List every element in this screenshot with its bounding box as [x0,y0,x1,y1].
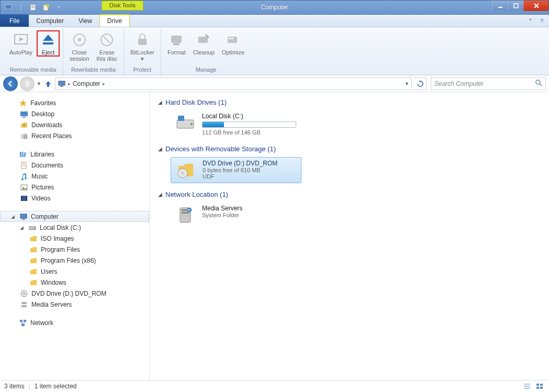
svg-rect-11 [43,42,53,44]
sidebar-media-servers[interactable]: Media Servers [0,299,149,310]
minimize-button[interactable] [492,1,508,11]
drive-dvd[interactable]: DVD Drive (D:) DVD_ROM 0 bytes free of 8… [171,157,301,183]
svg-point-7 [46,4,49,7]
sidebar-dvd[interactable]: DVD Drive (D:) DVD_ROM [0,288,149,299]
qat-dropdown-icon[interactable] [53,2,64,13]
qat-computer-icon[interactable] [3,2,14,13]
sidebar-desktop[interactable]: Desktop [0,108,149,119]
svg-rect-20 [229,38,231,39]
sidebar-network[interactable]: Network [0,317,149,328]
svg-point-43 [34,228,35,229]
up-button[interactable] [43,79,53,88]
chevron-down-icon[interactable]: ◢ [20,225,25,230]
breadcrumb[interactable]: ▸ Computer ▸ ▼ [55,77,412,90]
sidebar-label: Libraries [30,151,54,158]
chevron-icon[interactable]: ▸ [103,81,105,86]
section-title: Hard Disk Drives (1) [165,98,227,106]
videos-icon [20,194,28,203]
chevron-down-icon[interactable]: ◢ [158,99,162,105]
sidebar-computer[interactable]: ◢Computer [0,211,149,222]
tab-drive[interactable]: Drive [99,14,130,27]
sidebar-windows[interactable]: Windows [0,277,149,288]
search-input[interactable]: Search Computer [431,77,546,90]
eject-icon [40,31,57,48]
tab-file[interactable]: File [0,15,29,27]
drive-name: Local Disk (C:) [202,113,297,120]
details-view-button[interactable] [522,382,532,390]
documents-icon [20,161,28,170]
eject-button[interactable]: Eject [37,30,60,57]
sidebar-users[interactable]: Users [0,266,149,277]
chevron-icon[interactable]: ▸ [68,81,71,86]
folder-icon [29,234,38,243]
chevron-down-icon[interactable]: ◢ [11,214,16,219]
sidebar-downloads[interactable]: Downloads [0,119,149,130]
quick-access-toolbar [1,2,64,13]
svg-rect-53 [178,116,184,121]
breadcrumb-segment[interactable]: Computer [73,80,100,87]
svg-rect-41 [22,219,25,220]
history-dropdown-icon[interactable]: ▼ [37,81,41,86]
chevron-down-icon[interactable]: ◢ [158,192,162,197]
tab-view[interactable]: View [71,15,99,27]
ribbon-group-rewritable: Close session Erase this disc Rewritable… [63,28,124,75]
svg-rect-19 [228,37,237,43]
svg-rect-26 [20,111,28,116]
section-removable[interactable]: ◢Devices with Removable Storage (1) [158,145,541,153]
svg-line-25 [540,84,542,86]
maximize-button[interactable] [508,1,523,11]
drive-local-disk[interactable]: Local Disk (C:) 112 GB free of 146 GB [171,110,301,138]
sidebar-local-disk[interactable]: ◢Local Disk (C:) [0,222,149,233]
tab-computer[interactable]: Computer [29,15,71,27]
sidebar-label: Program Files (x86) [41,257,96,264]
ribbon-minimize-icon[interactable]: ⌃ [526,17,534,25]
format-icon [168,31,185,48]
cleanup-button[interactable]: Cleanup [190,30,218,57]
section-hdd[interactable]: ◢Hard Disk Drives (1) [158,98,541,106]
erase-disc-button[interactable]: Erase this disc [93,30,120,63]
svg-rect-50 [21,324,25,326]
svg-rect-63 [536,384,539,386]
sidebar-iso[interactable]: ISO Images [0,233,149,244]
tiles-view-button[interactable] [534,382,545,390]
statusbar: 3 items | 1 item selected [0,380,549,392]
close-session-button[interactable]: Close session [66,30,92,63]
chevron-down-icon[interactable]: ◢ [158,146,162,152]
svg-rect-39 [26,196,27,201]
sidebar-recent[interactable]: Recent Places [0,130,149,141]
sidebar-progfiles[interactable]: Program Files [0,244,149,255]
desktop-icon [20,110,28,118]
hdd-icon [175,113,196,133]
media-servers-item[interactable]: Media Servers System Folder [171,203,301,228]
sidebar-favorites[interactable]: Favorites [0,97,149,108]
sidebar-documents[interactable]: Documents [0,160,149,171]
refresh-button[interactable] [414,77,427,90]
svg-rect-31 [24,152,26,156]
optimize-button[interactable]: Optimize [219,30,248,57]
format-button[interactable]: Format [164,30,189,57]
recent-icon [20,132,28,140]
sidebar-progfiles86[interactable]: Program Files (x86) [0,255,149,266]
qat-sep [15,2,27,13]
titlebar: Disk Tools Computer [0,0,549,15]
back-button[interactable] [3,76,18,91]
sidebar-music[interactable]: Music [0,171,149,182]
qat-properties-icon[interactable] [28,2,39,13]
close-button[interactable] [523,1,548,11]
help-icon[interactable]: ? [537,17,546,25]
qat-new-icon[interactable] [40,2,52,13]
sidebar-videos[interactable]: Videos [0,193,149,204]
svg-rect-49 [24,320,26,322]
sidebar: Favorites Desktop Downloads Recent Place… [0,92,150,380]
svg-rect-9 [514,4,518,8]
drive-icon [28,223,37,232]
autoplay-button[interactable]: AutoPlay [6,30,36,57]
forward-button[interactable] [20,76,35,91]
svg-rect-38 [21,196,22,201]
sidebar-pictures[interactable]: Pictures [0,182,149,193]
sidebar-libraries[interactable]: Libraries [0,149,149,160]
svg-rect-27 [23,117,26,118]
bitlocker-button[interactable]: BitLocker▾ [127,30,158,63]
section-network[interactable]: ◢Network Location (1) [158,191,541,198]
breadcrumb-dropdown-icon[interactable]: ▼ [405,81,409,86]
